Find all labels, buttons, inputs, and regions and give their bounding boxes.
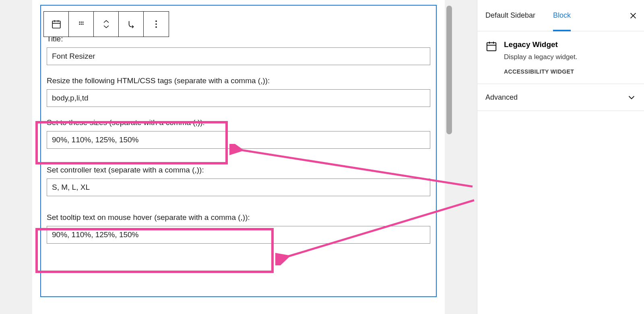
chevron-down-icon[interactable] xyxy=(103,24,110,29)
field-title: Title: xyxy=(47,35,430,65)
title-input[interactable] xyxy=(47,47,430,65)
advanced-panel-toggle[interactable]: Advanced xyxy=(477,84,644,111)
field-sizes: Set to these sizes (separate with a comm… xyxy=(47,118,430,149)
settings-sidebar: Default Sidebar Block Legacy Widget Disp… xyxy=(477,0,644,314)
close-icon xyxy=(629,11,638,20)
block-info-title: Legacy Widget xyxy=(504,40,577,49)
tab-block[interactable]: Block xyxy=(553,0,571,31)
svg-point-7 xyxy=(155,21,157,22)
drag-handle-button[interactable] xyxy=(69,12,94,37)
block-info-text: Legacy Widget Display a legacy widget. A… xyxy=(504,40,577,75)
chevron-up-icon[interactable] xyxy=(103,19,110,24)
controller-label: Set controller text (separate with a com… xyxy=(47,166,430,174)
svg-point-6 xyxy=(82,24,83,25)
tooltip-label: Set tooltip text on mouse hover (separat… xyxy=(47,213,430,222)
advanced-label: Advanced xyxy=(485,93,518,102)
scrollbar-track xyxy=(446,0,452,314)
svg-point-8 xyxy=(155,23,157,25)
chevron-down-icon xyxy=(627,93,636,102)
block-toolbar xyxy=(43,11,169,37)
widget-form: Title: Resize the following HTML/CSS tag… xyxy=(47,33,430,255)
field-tags: Resize the following HTML/CSS tags (sepa… xyxy=(47,76,430,107)
tooltip-input[interactable] xyxy=(47,226,430,244)
svg-point-5 xyxy=(80,24,82,25)
ellipsis-vertical-icon xyxy=(155,20,158,29)
more-options-button[interactable] xyxy=(144,12,169,37)
controller-input[interactable] xyxy=(47,179,430,196)
transform-button[interactable] xyxy=(119,12,144,37)
sizes-label: Set to these sizes (separate with a comm… xyxy=(47,118,430,127)
editor-wrap: Title: Resize the following HTML/CSS tag… xyxy=(0,0,477,314)
app-root: Title: Resize the following HTML/CSS tag… xyxy=(0,0,644,314)
svg-point-3 xyxy=(82,22,83,23)
legacy-widget-icon xyxy=(485,40,500,75)
transform-arrow-icon xyxy=(126,19,136,29)
tab-default-sidebar[interactable]: Default Sidebar xyxy=(485,0,535,31)
svg-rect-12 xyxy=(487,43,496,51)
block-info-panel: Legacy Widget Display a legacy widget. A… xyxy=(477,31,644,84)
scrollbar-thumb[interactable] xyxy=(446,6,452,134)
block-info-subtitle: ACCESSIBILITY WIDGET xyxy=(504,68,577,75)
sizes-input[interactable] xyxy=(47,131,430,149)
tags-input[interactable] xyxy=(47,89,430,107)
svg-point-2 xyxy=(80,22,82,23)
svg-point-9 xyxy=(155,27,157,28)
drag-handle-icon xyxy=(77,20,85,28)
svg-point-1 xyxy=(79,22,80,23)
field-controller: Set controller text (separate with a com… xyxy=(47,166,430,196)
tags-label: Resize the following HTML/CSS tags (sepa… xyxy=(47,76,430,85)
svg-rect-0 xyxy=(52,21,60,28)
svg-point-4 xyxy=(79,24,80,25)
close-sidebar-button[interactable] xyxy=(629,11,638,20)
block-info-description: Display a legacy widget. xyxy=(504,53,577,61)
move-arrows xyxy=(94,12,119,37)
sidebar-tabs: Default Sidebar Block xyxy=(477,0,644,31)
editor-canvas: Title: Resize the following HTML/CSS tag… xyxy=(32,0,445,314)
field-tooltip: Set tooltip text on mouse hover (separat… xyxy=(47,213,430,244)
block-type-button[interactable] xyxy=(44,12,69,37)
calendar-icon xyxy=(51,19,62,29)
